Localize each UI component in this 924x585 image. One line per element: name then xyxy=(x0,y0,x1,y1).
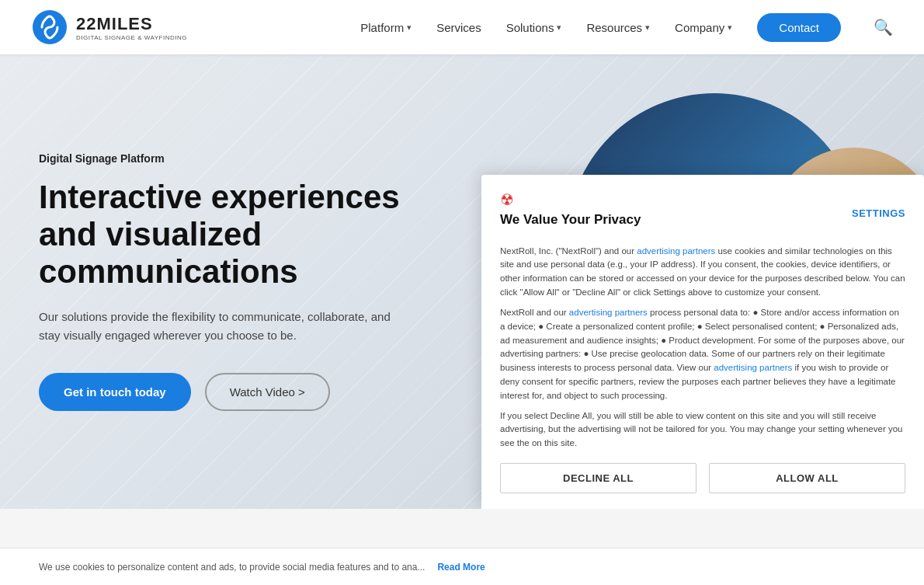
get-in-touch-button[interactable]: Get in touch today xyxy=(39,373,191,411)
logo-icon xyxy=(31,9,68,46)
cookie-text-3: If you select Decline All, you will stil… xyxy=(500,409,905,451)
hero-title: Interactive experiences and visualized c… xyxy=(39,179,412,291)
nav-item-contact[interactable]: Contact xyxy=(757,13,841,42)
nav-item-resources[interactable]: Resources ▾ xyxy=(586,21,650,34)
cookie-text-1: NextRoll, Inc. ("NextRoll") and our adve… xyxy=(500,245,905,300)
chevron-down-icon: ▾ xyxy=(407,23,412,33)
cookie-modal-header: ☢ We Value Your Privacy SETTINGS xyxy=(500,190,905,237)
nav-link-solutions[interactable]: Solutions ▾ xyxy=(506,21,562,34)
cookie-ad-partners-link-3[interactable]: advertising partners xyxy=(714,363,792,372)
cookie-modal-title: We Value Your Privacy xyxy=(500,212,641,228)
search-icon[interactable]: 🔍 xyxy=(874,19,893,36)
logo[interactable]: 22MILES DIGITAL SIGNAGE & WAYFINDING xyxy=(31,9,187,46)
nav-item-platform[interactable]: Platform ▾ xyxy=(360,21,412,34)
nav-search[interactable]: 🔍 xyxy=(866,18,893,37)
navigation: 22MILES DIGITAL SIGNAGE & WAYFINDING Pla… xyxy=(0,0,924,54)
hero-buttons: Get in touch today Watch Video > xyxy=(39,373,412,411)
cookie-ad-partners-link-2[interactable]: advertising partners xyxy=(569,308,648,317)
nav-item-services[interactable]: Services xyxy=(436,21,481,34)
nav-link-resources[interactable]: Resources ▾ xyxy=(586,21,650,34)
cookie-actions: DECLINE ALL ALLOW ALL xyxy=(500,463,905,493)
nav-item-company[interactable]: Company ▾ xyxy=(675,21,732,34)
allow-all-button[interactable]: ALLOW ALL xyxy=(709,463,905,493)
nav-link-platform[interactable]: Platform ▾ xyxy=(360,21,412,34)
nav-menu: Platform ▾ Services Solutions ▾ Resource… xyxy=(360,13,893,42)
hero-eyebrow: Digital Signage Platform xyxy=(39,152,412,165)
hero-description: Our solutions provide the flexibility to… xyxy=(39,308,412,345)
logo-text: 22MILES DIGITAL SIGNAGE & WAYFINDING xyxy=(76,14,187,41)
cookie-brand-icon: ☢ xyxy=(500,190,641,209)
cookie-settings-link[interactable]: SETTINGS xyxy=(852,207,905,219)
logo-name: 22MILES xyxy=(76,14,187,34)
cookie-brand: ☢ We Value Your Privacy xyxy=(500,190,641,237)
cookie-text-2: NextRoll and our advertising partners pr… xyxy=(500,306,905,403)
chevron-down-icon: ▾ xyxy=(557,23,561,33)
nav-link-company[interactable]: Company ▾ xyxy=(675,21,732,34)
hero-content: Digital Signage Platform Interactive exp… xyxy=(0,152,450,412)
cookie-modal: ☢ We Value Your Privacy SETTINGS NextRol… xyxy=(481,175,924,509)
chevron-down-icon: ▾ xyxy=(645,23,650,33)
footer-cookie-bar: We use cookies to personalize content an… xyxy=(0,548,924,585)
watch-video-button[interactable]: Watch Video > xyxy=(205,373,330,411)
logo-sub: DIGITAL SIGNAGE & WAYFINDING xyxy=(76,34,187,41)
hero-section: Digital Signage Platform Interactive exp… xyxy=(0,54,924,509)
nav-link-services[interactable]: Services xyxy=(436,21,481,34)
chevron-down-icon: ▾ xyxy=(728,23,732,33)
decline-all-button[interactable]: DECLINE ALL xyxy=(500,463,696,493)
cookie-ad-partners-link-1[interactable]: advertising partners xyxy=(637,246,715,256)
nav-contact-button[interactable]: Contact xyxy=(757,13,841,42)
footer-cookie-text: We use cookies to personalize content an… xyxy=(39,562,425,573)
nav-item-solutions[interactable]: Solutions ▾ xyxy=(506,21,562,34)
read-more-link[interactable]: Read More xyxy=(437,562,485,573)
